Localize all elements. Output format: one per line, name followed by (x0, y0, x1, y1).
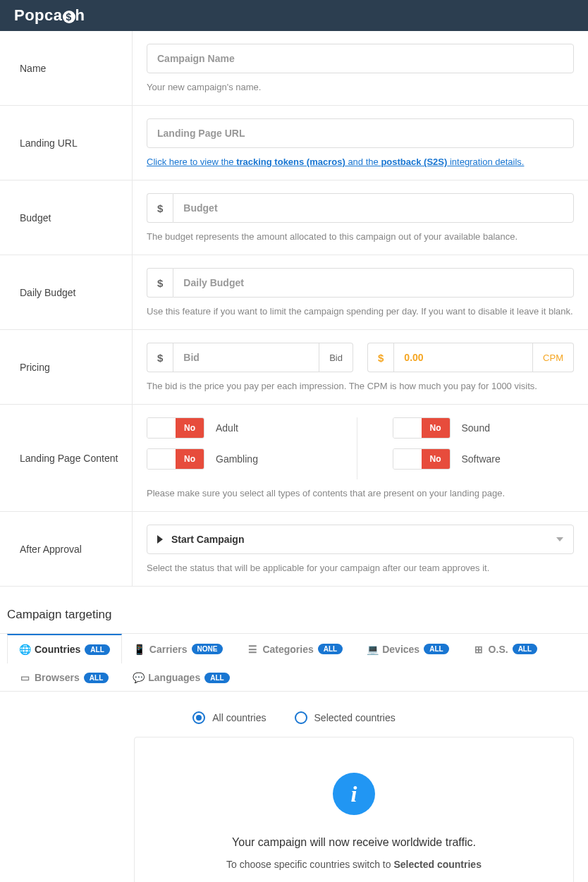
cpm-display (393, 343, 533, 372)
row-name: Name Your new campaign's name. (0, 31, 588, 106)
info-icon: i (333, 773, 375, 815)
targeting-title: Campaign targeting (0, 587, 588, 633)
laptop-icon: 💻 (367, 644, 378, 655)
toggle-adult[interactable]: No (147, 417, 204, 439)
helper-daily-budget: Use this feature if you want to limit th… (147, 306, 574, 317)
windows-icon: ⊞ (473, 644, 484, 655)
radio-selected-countries[interactable]: Selected countries (295, 711, 396, 724)
list-icon: ☰ (247, 644, 258, 655)
label-landing-url: Landing URL (0, 106, 133, 180)
chevron-down-icon (556, 537, 563, 541)
toggle-label-adult: Adult (216, 422, 238, 434)
helper-name: Your new campaign's name. (147, 82, 574, 92)
helper-after-approval: Select the status that will be applicabl… (147, 563, 574, 573)
after-approval-value: Start Campaign (171, 534, 244, 545)
row-after-approval: After Approval Start Campaign Select the… (0, 512, 588, 587)
targeting-info-panel: i Your campaign will now receive worldwi… (134, 737, 574, 882)
helper-budget: The budget represents the amount allocat… (147, 231, 574, 242)
globe-icon: 🌐 (19, 644, 30, 655)
toggle-label-software: Software (462, 453, 501, 465)
tracking-tokens-link[interactable]: Click here to view the tracking tokens (… (147, 157, 574, 167)
row-landing-url: Landing URL Click here to view the track… (0, 106, 588, 180)
chat-icon: 💬 (133, 672, 144, 683)
tab-languages[interactable]: 💬 Languages ALL (121, 663, 241, 692)
row-content: Landing Page Content No Adult No (0, 405, 588, 512)
after-approval-select[interactable]: Start Campaign (147, 525, 574, 554)
label-pricing: Pricing (0, 330, 133, 404)
phone-icon: 📱 (134, 644, 145, 655)
toggle-yes-side (147, 418, 176, 438)
tab-carriers[interactable]: 📱 Carriers NONE (122, 634, 235, 663)
tab-countries[interactable]: 🌐 Countries ALL (7, 634, 122, 663)
toggle-gambling[interactable]: No (147, 448, 204, 470)
tab-devices[interactable]: 💻 Devices ALL (355, 634, 460, 663)
browser-icon: ▭ (19, 672, 30, 683)
bid-input[interactable] (173, 343, 319, 372)
tab-browsers[interactable]: ▭ Browsers ALL (7, 663, 121, 692)
row-daily-budget: Daily Budget $ Use this feature if you w… (0, 255, 588, 330)
radio-all-countries[interactable]: All countries (192, 711, 266, 724)
radio-icon (192, 711, 205, 724)
app-header: Popca$h (0, 0, 588, 31)
dollar-icon: $ (367, 343, 393, 372)
row-pricing: Pricing $ Bid $ CPM T (0, 330, 588, 405)
dollar-icon: $ (147, 343, 173, 372)
row-budget: Budget $ The budget represents the amoun… (0, 180, 588, 255)
campaign-name-input[interactable] (147, 44, 574, 73)
country-mode-radio: All countries Selected countries (0, 692, 588, 737)
label-daily-budget: Daily Budget (0, 255, 133, 329)
targeting-tabs: 🌐 Countries ALL 📱 Carriers NONE ☰ Catego… (0, 633, 588, 692)
tab-categories[interactable]: ☰ Categories ALL (235, 634, 355, 663)
label-budget: Budget (0, 180, 133, 255)
tab-os[interactable]: ⊞ O.S. ALL (461, 634, 549, 663)
toggle-software[interactable]: No (393, 448, 451, 470)
label-content: Landing Page Content (0, 405, 133, 511)
cpm-suffix: CPM (533, 343, 574, 372)
brand-logo: Popca$h (14, 6, 85, 25)
info-subtext: To choose specific countries switch to S… (156, 859, 552, 870)
toggle-label-gambling: Gambling (216, 453, 258, 465)
info-text: Your campaign will now receive worldwide… (156, 836, 552, 849)
daily-budget-input[interactable] (173, 268, 574, 298)
toggle-label-sound: Sound (462, 422, 490, 434)
dollar-icon: $ (147, 268, 173, 298)
landing-url-input[interactable] (147, 118, 574, 148)
radio-icon (295, 711, 307, 724)
helper-pricing: The bid is the price you pay per each im… (147, 381, 574, 391)
dollar-icon: $ (147, 193, 173, 223)
toggle-sound[interactable]: No (393, 417, 451, 439)
bid-suffix: Bid (319, 343, 353, 372)
play-icon (157, 535, 163, 544)
label-after-approval: After Approval (0, 512, 133, 586)
label-name: Name (0, 31, 133, 105)
helper-content: Please make sure you select all types of… (147, 488, 574, 498)
campaign-form: Name Your new campaign's name. Landing U… (0, 31, 588, 587)
budget-input[interactable] (173, 193, 574, 223)
toggle-no-side: No (176, 418, 204, 438)
